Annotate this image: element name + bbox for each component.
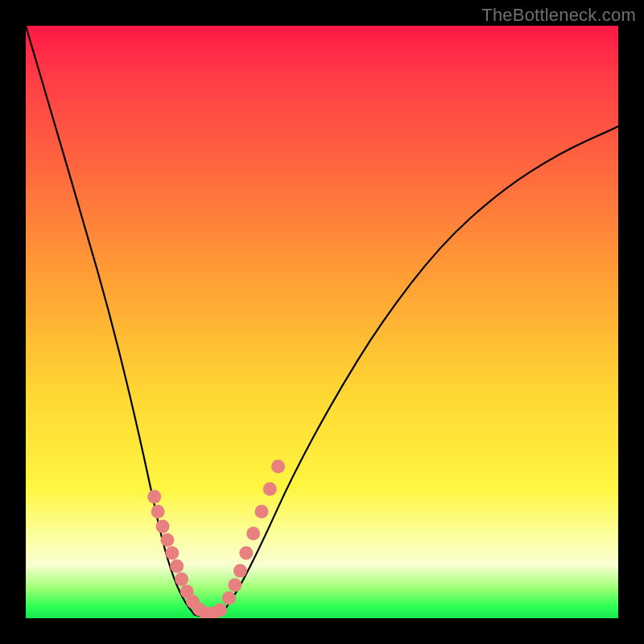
right-curve-path — [221, 126, 618, 614]
marker-dot — [246, 526, 260, 540]
marker-dot — [228, 578, 242, 592]
watermark-text: TheBottleneck.com — [481, 5, 636, 26]
marker-dot — [165, 547, 179, 560]
marker-dot — [233, 564, 247, 578]
chart-svg — [26, 26, 618, 618]
outer-frame: TheBottleneck.com — [0, 0, 644, 644]
marker-dot — [156, 519, 170, 533]
gradient-plot-area — [26, 26, 618, 618]
marker-dot — [263, 482, 277, 496]
marker-dot — [239, 547, 253, 560]
marker-dot — [254, 505, 268, 518]
marker-dot — [271, 460, 285, 473]
marker-dot — [151, 505, 165, 518]
marker-dot — [160, 533, 174, 547]
marker-dot — [175, 572, 188, 586]
marker-dot — [170, 559, 184, 573]
curve-group — [26, 26, 618, 617]
marker-dot — [213, 603, 227, 617]
marker-dot — [222, 591, 236, 605]
marker-dot — [147, 490, 161, 504]
